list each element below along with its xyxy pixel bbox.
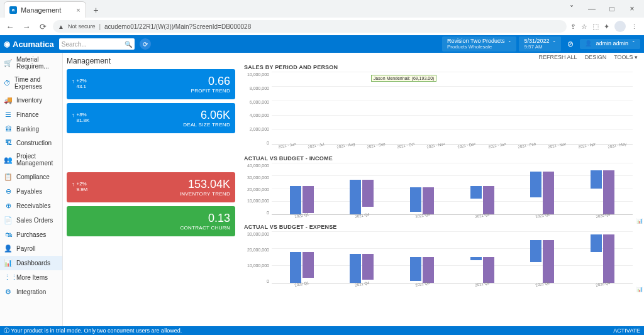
share-icon[interactable]: ⇪ xyxy=(570,23,576,31)
url-bar[interactable]: ▲ Not secure | acudemo01/22R1/(W(3))/Mai… xyxy=(53,20,567,33)
sidebar-icon: 📄 xyxy=(4,216,13,224)
design-button[interactable]: DESIGN xyxy=(585,54,607,60)
sidebar-icon: 🛍 xyxy=(4,231,13,238)
sidebar-item-banking[interactable]: 🏛Banking xyxy=(0,122,62,136)
sidebar-icon: ⋮⋮ xyxy=(4,273,13,282)
kpi-value: 0.66 xyxy=(191,75,230,88)
minimize-icon[interactable]: — xyxy=(582,0,601,18)
brand-logo[interactable]: ◉ Acumatica xyxy=(4,40,54,49)
back-icon[interactable]: ← xyxy=(4,22,16,31)
bar xyxy=(290,252,301,283)
kpi-value: 153.04K xyxy=(180,178,230,191)
bar xyxy=(530,240,541,263)
sidebar-item-material-requirem-[interactable]: 🛒Material Requirem... xyxy=(0,53,62,73)
sidebar-item-construction[interactable]: 🏗Construction xyxy=(0,136,62,150)
tab-favicon: a xyxy=(9,6,17,14)
bar-group[interactable] xyxy=(290,252,314,283)
sidebar-icon: 🚚 xyxy=(4,96,13,104)
time-text: 9:57 AM xyxy=(524,45,549,50)
sidebar-item-dashboards[interactable]: 📊Dashboards xyxy=(0,256,62,270)
kpi-card[interactable]: 0.13 CONTRACT CHURN xyxy=(67,206,235,236)
sidebar-item-more-items[interactable]: ⋮⋮More Items xyxy=(0,270,62,285)
chart-hint-icon[interactable]: 📊 xyxy=(636,287,643,292)
kebab-icon[interactable]: ⋮ xyxy=(631,23,638,31)
kpi-card[interactable]: ↑ +2% 43.1 0.66 PROFIT TREND xyxy=(67,69,235,99)
activate-button[interactable]: ACTIVATE xyxy=(613,327,640,334)
sidebar-item-payables[interactable]: ⊖Payables xyxy=(0,184,62,199)
arrow-up-icon: ↑ xyxy=(72,113,75,119)
bar xyxy=(423,187,434,214)
chart-title: SALES BY PERIOD AND PERSON xyxy=(244,64,639,70)
new-tab-button[interactable]: + xyxy=(89,3,104,18)
sidebar-item-compliance[interactable]: 📋Compliance xyxy=(0,170,62,184)
close-icon[interactable]: × xyxy=(76,6,80,14)
bar-group[interactable] xyxy=(410,257,434,283)
sidebar-icon: 🏗 xyxy=(4,139,13,146)
sidebar-item-finance[interactable]: ☰Finance xyxy=(0,107,62,122)
chart-hint-icon[interactable]: 📊 xyxy=(636,218,643,224)
tenant-selector[interactable]: Revision Two Products Products Wholesale… xyxy=(442,36,516,52)
help-icon[interactable]: ⊘ xyxy=(564,40,577,48)
bar-group[interactable] xyxy=(530,240,554,283)
user-menu[interactable]: 👤 admin admin ˅ xyxy=(580,39,640,49)
bar xyxy=(350,180,361,214)
sidebar-icon: ☰ xyxy=(4,111,13,119)
search-placeholder: Search... xyxy=(62,41,87,48)
bar xyxy=(423,257,434,283)
bar-group[interactable] xyxy=(350,254,374,283)
bar-group[interactable] xyxy=(350,180,374,214)
kpi-card[interactable]: ↑ +2% 9.9M 153.04K INVENTORY TREND xyxy=(67,172,235,202)
sidebar-icon: ⊕ xyxy=(4,202,13,210)
chevron-down-icon[interactable]: ˅ xyxy=(562,0,581,18)
tab-title: Management xyxy=(21,6,61,14)
sidebar-icon: 📊 xyxy=(4,259,13,267)
sidebar-icon: 👤 xyxy=(4,244,13,253)
kpi-card[interactable]: ↑ +8% 81.8K 6.06K DEAL SIZE TREND xyxy=(67,103,235,133)
chevron-down-icon: ˅ xyxy=(632,41,635,47)
arrow-up-icon: ↑ xyxy=(72,182,75,188)
tools-button[interactable]: TOOLS ▾ xyxy=(614,54,638,60)
star-icon[interactable]: ☆ xyxy=(581,23,587,31)
close-window-icon[interactable]: × xyxy=(623,0,641,18)
plot-area xyxy=(272,163,633,215)
chevron-down-icon: ˅ xyxy=(508,41,511,47)
arrow-up-icon: ↑ xyxy=(72,79,75,85)
reload-icon[interactable]: ⟳ xyxy=(36,22,49,31)
bar-group[interactable] xyxy=(410,187,434,214)
bar-group[interactable] xyxy=(591,234,614,283)
sidebar-item-integration[interactable]: ⚙Integration xyxy=(0,285,62,299)
sidebar-item-label: Dashboards xyxy=(16,260,50,266)
bar-group[interactable] xyxy=(290,186,314,214)
bar-group[interactable] xyxy=(470,186,494,214)
bar xyxy=(543,240,554,283)
forward-icon[interactable]: → xyxy=(20,22,33,31)
sidebar-item-inventory[interactable]: 🚚Inventory xyxy=(0,93,62,107)
sidebar-item-label: Compliance xyxy=(16,173,50,180)
bar-group[interactable] xyxy=(530,172,554,214)
bar xyxy=(362,180,374,207)
business-date[interactable]: 5/31/2022 9:57 AM ˅ xyxy=(519,36,561,52)
refresh-all-button[interactable]: REFRESH ALL xyxy=(539,54,577,60)
search-input[interactable]: Search... 🔍 xyxy=(59,38,135,50)
profile-avatar[interactable] xyxy=(614,21,626,32)
browser-tab[interactable]: a Management × xyxy=(4,1,86,18)
bar-group[interactable] xyxy=(470,257,494,283)
maximize-icon[interactable]: □ xyxy=(602,0,621,18)
y-axis: 10,000,0008,000,0006,000,0004,000,0002,0… xyxy=(244,72,270,145)
extension-icon[interactable]: ⬚ xyxy=(592,23,599,31)
sidebar-item-label: More Items xyxy=(16,274,48,281)
sidebar-item-time-and-expenses[interactable]: ⏱Time and Expenses xyxy=(0,73,62,93)
sidebar-item-sales-orders[interactable]: 📄Sales Orders xyxy=(0,213,62,228)
bar xyxy=(290,186,301,214)
puzzle-icon[interactable]: ✦ xyxy=(604,23,609,31)
chart-title: ACTUAL VS BUDGET - INCOME xyxy=(244,155,639,162)
sidebar-icon: ⊖ xyxy=(4,187,13,195)
refresh-button[interactable]: ⟳ xyxy=(140,38,151,50)
sidebar-item-payroll[interactable]: 👤Payroll xyxy=(0,241,62,256)
bar-group[interactable] xyxy=(591,170,614,214)
bar xyxy=(303,252,314,278)
bar xyxy=(303,186,314,213)
sidebar-item-receivables[interactable]: ⊕Receivables xyxy=(0,199,62,213)
sidebar-item-project-management[interactable]: 👥Project Management xyxy=(0,150,62,170)
sidebar-item-purchases[interactable]: 🛍Purchases xyxy=(0,228,62,241)
